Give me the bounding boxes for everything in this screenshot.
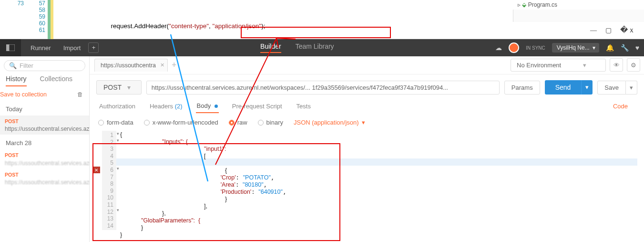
chevron-down-icon: ▾ (593, 44, 595, 51)
radio-label: raw (237, 119, 247, 126)
save-caret[interactable]: ▾ (626, 81, 637, 95)
tab-authorization[interactable]: Authorization (98, 100, 136, 113)
solution-explorer-item[interactable]: ▹ ⬙ Program.cs (513, 0, 644, 10)
radio-label: x-www-form-urlencoded (153, 119, 218, 126)
workspace-label: VysilHq Ne... (557, 44, 590, 51)
code-token: "content-type" (169, 22, 209, 30)
linenum: 2 (102, 139, 113, 146)
vs-change-bar-yellow (51, 0, 53, 39)
radio-icon (229, 120, 235, 126)
window-controls: — ▢ �ｘ (513, 22, 644, 39)
close-button[interactable]: �ｘ (620, 25, 635, 35)
linenum: 10 (102, 194, 113, 201)
add-tab-button[interactable]: + (172, 60, 177, 70)
eye-icon[interactable]: 👁 (610, 58, 623, 72)
code-link[interactable]: Code (613, 103, 635, 110)
search-icon: 🔍 (9, 62, 17, 69)
content-type-label: JSON (application/json) (294, 119, 359, 126)
environment-row: No Environment ▾ 👁 ⚙ (511, 58, 640, 72)
request-subtabs: Authorization Headers (2) Body Pre-reque… (90, 99, 644, 117)
postman-body: 🔍 Filter History Collections Save to col… (0, 56, 644, 242)
code-token: request.AddHeader( (111, 22, 169, 30)
linenum: 6 (102, 167, 113, 174)
bell-icon[interactable]: 🔔 (606, 44, 614, 52)
radio-binary[interactable]: binary (258, 119, 283, 126)
sync-status: IN SYNC (526, 45, 545, 51)
body-dot-icon (215, 105, 218, 108)
save-button[interactable]: Save (597, 81, 626, 95)
code-line: request.AddHeader("content-type", "appli… (62, 15, 511, 22)
linenum: 5 (102, 159, 113, 167)
fold-icon[interactable]: ▾ (117, 166, 119, 171)
linenum: 4 (102, 153, 113, 160)
maximize-button[interactable]: ▢ (605, 26, 612, 34)
gutter-num: 73 (10, 0, 24, 7)
fold-icon[interactable]: ▾ (117, 138, 119, 143)
minimize-button[interactable]: — (590, 27, 597, 34)
send-caret[interactable]: ▾ (581, 80, 593, 95)
request-tab-label: https://ussouthcentra (101, 62, 156, 69)
tab-body-label: Body (197, 102, 211, 109)
http-method-dropdown[interactable]: POST ▾ (96, 80, 142, 95)
radio-urlencoded[interactable]: x-www-form-urlencoded (144, 119, 218, 126)
body-editor[interactable]: 1 2 3 4 5 6 7 8 9 10 11 12 13 14 ▾ ▾ ▾ ▾… (93, 131, 637, 231)
code-token: , (209, 22, 213, 30)
radio-form-data[interactable]: form-data (98, 119, 133, 126)
linenum: 1 (102, 132, 113, 139)
request-url-row: POST ▾ https://ussouthcentral.services.a… (90, 74, 644, 99)
workspace-dropdown[interactable]: VysilHq Ne... ▾ (552, 43, 599, 53)
new-tab-button[interactable]: + (88, 42, 99, 53)
close-icon[interactable]: ✕ (160, 62, 164, 68)
send-button[interactable]: Send (545, 80, 582, 95)
import-button[interactable]: Import (59, 42, 86, 53)
svg-rect-1 (6, 44, 9, 51)
gutter-num: 61 (31, 27, 45, 33)
request-tab[interactable]: https://ussouthcentra ✕ (94, 59, 168, 72)
fold-icon[interactable]: ▾ (117, 131, 119, 136)
gear-icon[interactable]: ⚙ (627, 58, 640, 72)
runner-button[interactable]: Runner (26, 42, 56, 53)
sidebar-toggle-button[interactable] (0, 39, 21, 56)
vs-line-gutter: 73 57 58 59 60 61 (0, 0, 57, 39)
gutter-num: 57 (31, 0, 45, 7)
cloud-sync-icon[interactable]: ☁ (495, 44, 502, 52)
avatar[interactable] (509, 42, 519, 53)
save-to-collection-link[interactable]: Save to collection (0, 91, 47, 98)
method-label: POST (103, 84, 122, 91)
code-token: "application/json" (213, 22, 262, 30)
tab-builder[interactable]: Builder (260, 42, 281, 53)
content-type-dropdown[interactable]: JSON (application/json) ▾ (294, 119, 365, 126)
environment-dropdown[interactable]: No Environment ▾ (511, 59, 606, 72)
header-center-tabs: Builder Team Library (99, 42, 495, 53)
tab-tests[interactable]: Tests (296, 100, 312, 113)
tab-headers[interactable]: Headers (2) (149, 100, 184, 113)
fold-icon[interactable]: ▾ (117, 208, 119, 212)
tab-team-library[interactable]: Team Library (296, 42, 334, 53)
history-item[interactable]: POST https://ussouthcentral.services.azu… (0, 149, 89, 168)
linenum: 13 (102, 215, 113, 222)
linenum: 14 (102, 222, 113, 230)
error-marker-icon[interactable] (93, 167, 100, 173)
radio-raw[interactable]: raw (229, 119, 247, 126)
tab-body[interactable]: Body (196, 99, 219, 113)
heart-icon[interactable]: ♥ (635, 44, 639, 52)
linenum: 3 (102, 146, 113, 153)
headers-count: (2) (175, 103, 183, 110)
params-button[interactable]: Params (504, 81, 540, 95)
filter-placeholder: Filter (20, 62, 33, 69)
chevron-down-icon: ▾ (362, 119, 365, 126)
history-item[interactable]: POST https://ussouthcentral.services.azu… (0, 169, 89, 188)
radio-icon (98, 120, 104, 126)
visual-studio-code-strip: 73 57 58 59 60 61 request.AddHeader("con… (0, 0, 644, 39)
vs-gutter-column-2: 57 58 59 60 61 (31, 0, 45, 33)
vs-gutter-column-1: 73 (10, 0, 24, 7)
tab-history[interactable]: History (6, 75, 27, 86)
tab-prerequest[interactable]: Pre-request Script (231, 100, 283, 113)
main-pane: https://ussouthcentra ✕ + No Environment… (90, 56, 644, 242)
wrench-icon[interactable]: 🔧 (621, 44, 629, 52)
editor-code[interactable]: { "Inputs": { "input1": [ { 'Cr (120, 131, 286, 238)
url-input[interactable]: https://ussouthcentral.services.azureml.… (146, 81, 500, 95)
gutter-num: 58 (31, 7, 45, 13)
radio-icon (144, 120, 150, 126)
gutter-num: 60 (31, 20, 45, 27)
